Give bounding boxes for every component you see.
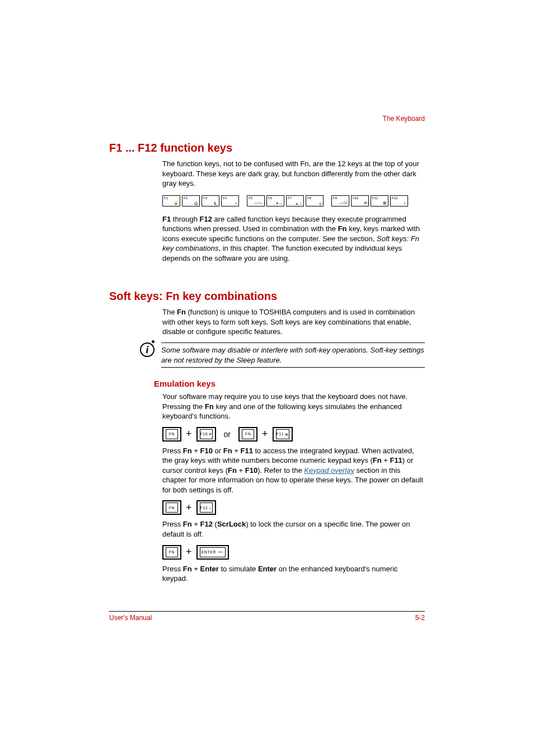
key-f12: F12⤓ (390, 195, 408, 206)
note-text: Some software may disable or interfere w… (161, 342, 425, 368)
running-header: The Keyboard (383, 115, 425, 123)
key-combo-fn-enter: FN + ENTER ⟵ (162, 545, 425, 560)
keycap-enter: ENTER ⟵ (196, 545, 229, 560)
paragraph: The function keys, not to be confused wi… (162, 159, 425, 189)
plus-icon: + (186, 546, 192, 558)
key-f6: F6▼☼ (266, 195, 284, 206)
keycap-f12: F12⤓ (196, 500, 216, 515)
key-f11: F11▦ (371, 195, 388, 206)
plus-icon: + (186, 502, 192, 514)
keycap-f10: F10⇄ (196, 427, 216, 442)
plus-icon: + (186, 428, 192, 440)
paragraph: Press Fn + Enter to simulate Enter on th… (162, 564, 425, 584)
heading-f1-f12: F1 ... F12 function keys (109, 142, 425, 154)
function-key-row-figure: F1🔒 F2⏻ F3⏾ F4⎚ F5▭/▭ F6▼☼ F7▲☼ F8ψ F9▭/… (162, 195, 425, 206)
key-f5: F5▭/▭ (247, 195, 265, 206)
plus-icon: + (262, 428, 268, 440)
keypad-overlay-link[interactable]: Keypad overlay (304, 466, 354, 475)
page-footer: User's Manual 5-2 (109, 611, 425, 622)
key-f1: F1🔒 (162, 195, 180, 206)
paragraph: F1 through F12 are called function keys … (162, 214, 425, 264)
keycap-fn: FN (162, 500, 181, 515)
key-f8: F8ψ (306, 195, 324, 206)
heading-emulation-keys: Emulation keys (154, 379, 425, 388)
paragraph: The Fn (function) is unique to TOSHIBA c… (162, 307, 425, 337)
or-text: or (224, 430, 231, 439)
keycap-f11: F11▦ (273, 427, 293, 442)
note-block: i Some software may disable or interfere… (140, 342, 425, 368)
key-f10: F10⇄ (351, 195, 369, 206)
paragraph: Press Fn + F10 or Fn + F11 to access the… (162, 446, 425, 495)
keycap-fn: FN (162, 545, 181, 560)
key-f3: F3⏾ (202, 195, 219, 206)
key-combo-fn-f10-f11: FN + F10⇄ or FN + F11▦ (162, 427, 425, 442)
keycap-fn: FN (238, 427, 257, 442)
paragraph: Your software may require you to use key… (162, 392, 425, 421)
keycap-fn: FN (162, 427, 181, 442)
paragraph: Press Fn + F12 (ScrLock) to lock the cur… (162, 519, 425, 539)
page: The Keyboard F1 ... F12 function keys Th… (0, 0, 534, 756)
key-f4: F4⎚ (221, 195, 239, 206)
page-number: 5-2 (415, 614, 425, 622)
footer-title: User's Manual (109, 614, 152, 622)
key-f2: F2⏻ (182, 195, 200, 206)
key-combo-fn-f12: FN + F12⤓ (162, 500, 425, 515)
info-icon: i (140, 342, 154, 357)
heading-soft-keys: Soft keys: Fn key combinations (109, 290, 425, 303)
key-f9: F9▭/☒ (331, 195, 349, 206)
key-f7: F7▲☼ (286, 195, 304, 206)
